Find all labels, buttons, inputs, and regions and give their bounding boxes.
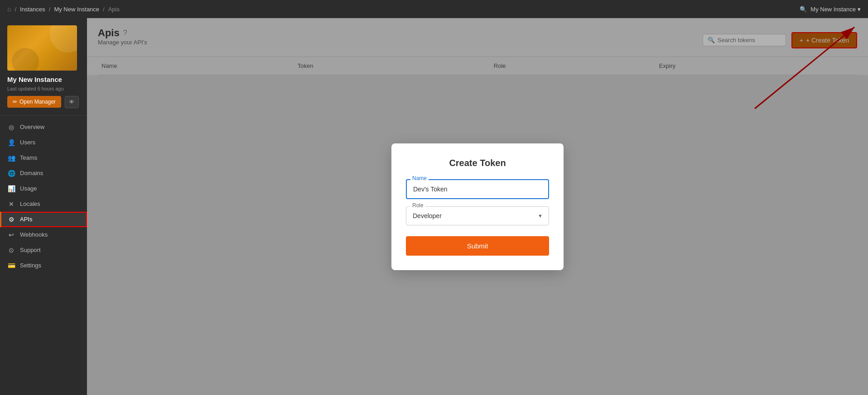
instance-thumbnail xyxy=(7,25,77,71)
name-label: Name xyxy=(410,175,429,181)
home-icon[interactable]: ⌂ xyxy=(7,5,11,13)
sidebar-item-users[interactable]: 👤 Users xyxy=(0,135,87,150)
instance-updated: Last updated 6 hours ago xyxy=(7,86,80,91)
instance-selector[interactable]: My New Instance ▾ xyxy=(810,6,861,13)
role-select-wrapper: Developer Admin Viewer xyxy=(406,206,549,225)
breadcrumb-instance[interactable]: My New Instance xyxy=(54,6,99,13)
breadcrumb-nav: ⌂ / Instances / My New Instance / Apis xyxy=(7,5,120,13)
support-icon: ⊙ xyxy=(7,247,15,254)
sidebar-item-apis[interactable]: ⚙ APIs xyxy=(0,212,87,227)
breadcrumb-instances[interactable]: Instances xyxy=(20,6,45,13)
users-icon: 👤 xyxy=(7,139,15,146)
instance-name: My New Instance xyxy=(7,75,80,84)
sidebar-item-label: Domains xyxy=(20,170,43,176)
sidebar-item-label: Users xyxy=(20,139,35,146)
sidebar-item-label: Overview xyxy=(20,124,44,130)
usage-icon: 📊 xyxy=(7,185,15,192)
breadcrumb-separator3: / xyxy=(103,6,105,13)
role-select[interactable]: Developer Admin Viewer xyxy=(406,206,549,225)
domains-icon: 🌐 xyxy=(7,170,15,177)
sidebar-item-label: Support xyxy=(20,247,41,253)
eye-button[interactable]: 👁 xyxy=(65,96,79,108)
sidebar-item-label: Teams xyxy=(20,154,37,161)
name-input[interactable] xyxy=(406,179,549,199)
main-layout: My New Instance Last updated 6 hours ago… xyxy=(0,18,868,395)
search-icon-topbar: 🔍 xyxy=(800,6,807,13)
sidebar-item-overview[interactable]: ◎ Overview xyxy=(0,119,87,135)
modal-title: Create Token xyxy=(406,158,549,168)
sidebar-item-label: Webhooks xyxy=(20,231,48,238)
breadcrumb-current: Apis xyxy=(108,6,120,13)
create-token-modal: Create Token Name Role Developer Admin V… xyxy=(391,143,564,270)
sidebar: My New Instance Last updated 6 hours ago… xyxy=(0,18,87,395)
settings-icon: 💳 xyxy=(7,262,15,269)
sidebar-item-domains[interactable]: 🌐 Domains xyxy=(0,166,87,181)
content-area: Apis ? Manage your API's 🔍 + + Create To… xyxy=(87,18,868,395)
open-manager-button[interactable]: ✏ Open Manager xyxy=(7,96,61,108)
sidebar-item-label: Usage xyxy=(20,185,37,192)
name-field-container: Name xyxy=(406,179,549,199)
pencil-icon: ✏ xyxy=(13,99,17,105)
instance-selector-label: My New Instance xyxy=(810,6,856,13)
sidebar-navigation: ◎ Overview 👤 Users 👥 Teams 🌐 Domains 📊 U… xyxy=(0,116,87,277)
locales-icon: ✕ xyxy=(7,200,15,208)
role-label: Role xyxy=(410,202,425,209)
eye-icon: 👁 xyxy=(69,99,75,105)
modal-overlay[interactable]: Create Token Name Role Developer Admin V… xyxy=(87,18,868,395)
instance-actions: ✏ Open Manager 👁 xyxy=(7,96,80,108)
sidebar-item-webhooks[interactable]: ↩ Webhooks xyxy=(0,227,87,243)
breadcrumb-separator: / xyxy=(14,6,16,13)
instance-card: My New Instance Last updated 6 hours ago… xyxy=(0,18,87,116)
teams-icon: 👥 xyxy=(7,154,15,162)
chevron-down-icon: ▾ xyxy=(858,6,861,13)
submit-button[interactable]: Submit xyxy=(406,236,549,256)
sidebar-item-locales[interactable]: ✕ Locales xyxy=(0,196,87,212)
sidebar-item-label: APIs xyxy=(20,216,32,223)
topbar-right: 🔍 My New Instance ▾ xyxy=(800,6,861,13)
role-field-container: Role Developer Admin Viewer xyxy=(406,206,549,225)
sidebar-item-label: Settings xyxy=(20,262,41,269)
sidebar-item-support[interactable]: ⊙ Support xyxy=(0,243,87,258)
webhooks-icon: ↩ xyxy=(7,231,15,238)
apis-icon: ⚙ xyxy=(7,216,15,223)
sidebar-item-settings[interactable]: 💳 Settings xyxy=(0,258,87,273)
overview-icon: ◎ xyxy=(7,124,15,131)
topbar: ⌂ / Instances / My New Instance / Apis 🔍… xyxy=(0,0,868,18)
breadcrumb-separator2: / xyxy=(49,6,51,13)
sidebar-item-label: Locales xyxy=(20,200,40,207)
sidebar-item-teams[interactable]: 👥 Teams xyxy=(0,150,87,166)
sidebar-item-usage[interactable]: 📊 Usage xyxy=(0,181,87,196)
